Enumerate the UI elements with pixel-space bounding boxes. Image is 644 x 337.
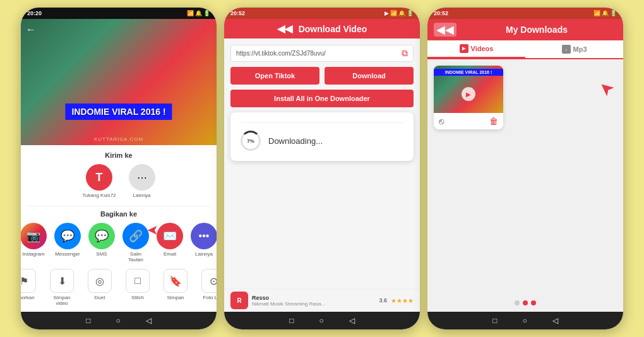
nav-back2[interactable]: ◁ [349,316,355,325]
nav-square3[interactable]: □ [492,316,497,325]
nav-home3[interactable]: ○ [523,316,527,325]
instagram-item[interactable]: 📷 Instagram [21,223,47,263]
messenger-item[interactable]: 💬 Messenger [54,223,81,263]
sms-icon: 💬 [88,223,115,249]
simpan-video-icon: ⬇ [50,269,74,293]
nav-back[interactable]: ◁ [146,316,152,325]
tab-mp3[interactable]: ♪ Mp3 [525,40,623,58]
app-name: Resso [252,295,375,301]
bagikan-row: 📷 Instagram 💬 Messenger 💬 SMS [27,223,210,263]
lainnya2-item[interactable]: ••• Lainnya [191,223,217,263]
bell2-icon: 🔔 [398,10,405,16]
bagikan-title: Bagikan ke [27,210,210,218]
tukang-icon: T [86,164,112,191]
url-bar: https://vt.tiktok.com/ZSJd78uvu/ ⧉ [230,45,414,62]
back-btn2[interactable]: ◀◀ [277,23,292,34]
duet-icon: ◎ [88,269,112,293]
bell3-icon: 🔔 [602,10,609,16]
progress-percent: 7% [247,138,254,144]
app-icon: R [230,292,248,309]
star-rating: ★★★★ [391,297,414,304]
email-label: Email [164,251,176,257]
duet-item[interactable]: ◎ Duet [88,269,112,306]
instagram-label: Instagram [22,251,45,257]
foto-live-item[interactable]: ⊙ Foto Live [201,269,217,306]
watermark-text: KUTTARISA.COM [94,136,143,142]
battery2-icon: 🔋 [407,10,414,16]
simpan-video-item[interactable]: ⬇ Simpan video [50,269,74,306]
share-action-icon[interactable]: ⎋ [439,116,444,126]
phone-1: 20:20 📶 🔔 🔋 ← INDOMIE VIRAL 2016 ! KUTTA… [21,8,217,329]
simpan-item[interactable]: 🔖 Simpan [164,269,188,306]
video-title: INDOMIE VIRAL 2016 ! [65,103,172,120]
pagination-dots [515,300,536,305]
time-2: 20:52 [230,10,245,16]
phone-3: 20:52 📶 🔔 🔋 ◀◀ My Downloads ▶ Videos ♪ M… [427,8,623,329]
url-text: https://vt.tiktok.com/ZSJd78uvu/ [236,50,398,57]
time-3: 20:52 [434,10,448,16]
video-card[interactable]: INDOMIE VIRAL 2016 ! ▶ ⎋ 🗑 [434,66,503,129]
wifi-icon: 🔔 [195,10,202,16]
sms-label: SMS [96,251,107,257]
phone3-body: ➤ INDOMIE VIRAL 2016 ! ▶ ⎋ 🗑 [427,59,623,312]
download-button[interactable]: Download [325,67,414,85]
stitch-item[interactable]: □ Stitch [126,269,150,306]
back-btn3[interactable]: ◀◀ [434,23,456,37]
phone1-content: ← INDOMIE VIRAL 2016 ! KUTTARISA.COM Kir… [21,19,217,312]
email-icon: ✉️ [157,223,183,249]
sms-item[interactable]: 💬 SMS [88,223,115,263]
salin-item[interactable]: 🔗 Salin Tautan [122,223,149,263]
tukang-label: Tukang Kuis72 [82,192,116,198]
email-item[interactable]: ✉️ Email [157,223,183,263]
signal2-icon: 📶 [390,10,397,16]
nav-square2[interactable]: □ [289,316,294,325]
nav-square[interactable]: □ [86,316,90,325]
nav-home2[interactable]: ○ [319,316,324,325]
nav-bar-2: □ ○ ◁ [224,312,420,329]
salin-icon: 🔗 [122,223,149,249]
progress-row: 7% Downloading... [241,131,323,151]
share-title: Kirim ke [27,151,210,159]
nav-bar-3: □ ○ ◁ [427,312,623,329]
nav-home[interactable]: ○ [116,316,121,325]
stitch-label: Stitch [131,295,144,300]
divider [27,206,210,206]
foto-live-label: Foto Live [203,295,217,300]
open-tiktok-button[interactable]: Open Tiktok [230,67,319,85]
simpan-video-label: Simpan video [50,295,74,306]
share-row: T Tukang Kuis72 ⋯ Lainnya [27,164,210,198]
status-bar-2: 20:52 ▶ 📶 🔔 🔋 [224,8,420,19]
back-arrow-icon[interactable]: ← [26,24,36,35]
lainnya2-icon: ••• [191,223,217,249]
stitch-icon: □ [126,269,150,293]
status-bar-1: 20:20 📶 🔔 🔋 [21,8,217,19]
battery3-icon: 🔋 [610,10,617,16]
app-rating: 3.6 [379,297,387,304]
status-bar-3: 20:52 📶 🔔 🔋 [427,8,623,19]
action-btn-row: Open Tiktok Download [230,67,414,85]
duet-label: Duet [95,295,105,300]
tab-videos[interactable]: ▶ Videos [427,40,525,58]
phone3-title: My Downloads [456,25,617,35]
phone2-body: https://vt.tiktok.com/ZSJd78uvu/ ⧉ Open … [224,38,420,288]
lainnya1-icon: ⋯ [129,164,155,191]
nav-back3[interactable]: ◁ [552,316,558,325]
install-button[interactable]: Install All in One Downloader [230,90,414,107]
signal3-icon: 📶 [593,10,600,16]
share-item-lainnya1[interactable]: ⋯ Lainnya [129,164,155,198]
app-info: Resso Nikmati Musik Streaming Rasa... [252,295,375,307]
copy-icon[interactable]: ⧉ [402,48,408,59]
delete-action-icon[interactable]: 🗑 [489,116,498,126]
share-item-tukang[interactable]: T Tukang Kuis72 [82,164,116,198]
salin-label: Salin Tautan [122,251,149,263]
bottom-options: ⚑ Laporkan ⬇ Simpan video ◎ Duet □ Stitc… [27,269,210,306]
progress-circle: 7% [241,131,261,151]
downloading-text: Downloading... [268,136,323,146]
video-thumbnail: INDOMIE VIRAL 2016 ! ▶ [434,66,503,113]
play-button[interactable]: ▶ [462,87,475,101]
download-card: 7% Downloading... ↓ [230,112,414,161]
laporkan-item[interactable]: ⚑ Laporkan [21,269,36,306]
nav-bar-1: □ ○ ◁ [21,312,217,329]
phone2-footer: R Resso Nikmati Musik Streaming Rasa... … [224,288,420,312]
laporkan-label: Laporkan [21,295,35,300]
